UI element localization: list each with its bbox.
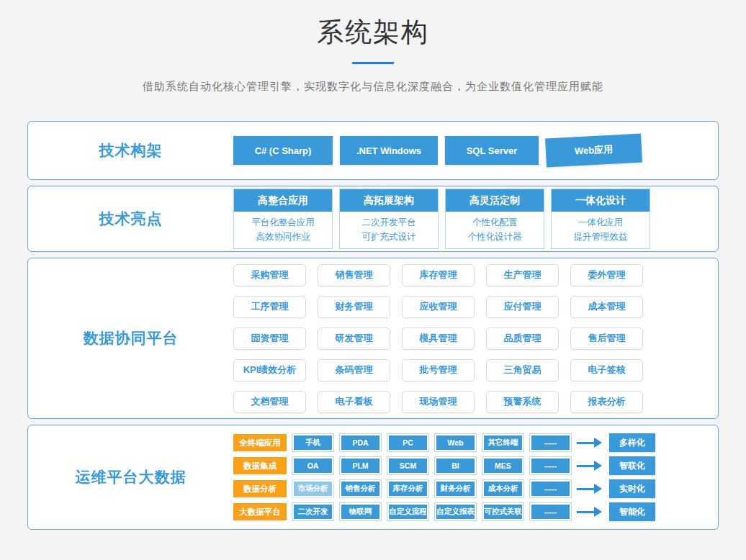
- module-button[interactable]: 固资管理: [233, 328, 306, 350]
- module-button[interactable]: 委外管理: [570, 264, 643, 286]
- module-button[interactable]: 应付管理: [486, 296, 559, 318]
- module-button[interactable]: 售后管理: [570, 328, 643, 350]
- highlight-card-body: 平台化整合应用 高效协同作业: [234, 213, 332, 248]
- section-label-data-platform: 数据协同平台: [28, 328, 233, 348]
- module-button[interactable]: 电子签核: [570, 359, 643, 381]
- module-button[interactable]: 销售管理: [318, 264, 390, 286]
- highlight-card-line: 平台化整合应用: [234, 215, 332, 230]
- ops-item[interactable]: SCM: [387, 457, 428, 474]
- highlight-card-body: 个性化配置 个性化设计器: [446, 213, 544, 248]
- module-button[interactable]: 批号管理: [402, 359, 475, 381]
- module-button[interactable]: 采购管理: [233, 264, 306, 286]
- module-button[interactable]: 模具管理: [402, 328, 475, 350]
- highlight-card-body: 二次开发平台 可扩充式设计: [340, 213, 438, 248]
- arrow-right-icon: [577, 484, 602, 494]
- ops-items: OA PLM SCM BI MES -----: [292, 457, 571, 474]
- highlight-card-title: 高灵活定制: [446, 189, 544, 213]
- highlight-card-line: 个性化配置: [446, 215, 544, 230]
- highlight-card-line: 提升管理效益: [552, 230, 650, 244]
- ops-items: 手机 PDA PC Web 其它终端 -----: [292, 434, 571, 451]
- ops-rows: 全终端应用 手机 PDA PC Web 其它终端 ----- 多样化 数据集成 …: [233, 433, 655, 521]
- section-label-tech-framework: 技术构架: [28, 140, 233, 161]
- ops-item-ellipsis: -----: [530, 434, 571, 451]
- ops-row-bigdata: 大数据平台 二次开发 物联网 自定义流程 自定义报表 可控式关联 ----- 智…: [233, 502, 655, 521]
- ops-row-analysis: 数据分析 市场分析 销售分析 库存分析 财务分析 成本分析 ----- 实时化: [233, 479, 655, 498]
- section-data-platform: 数据协同平台 采购管理 销售管理 库存管理 生产管理 委外管理 工序管理 财务管…: [27, 258, 719, 419]
- ops-item[interactable]: 手机: [292, 434, 333, 451]
- highlight-card-line: 一体化应用: [552, 215, 650, 230]
- ops-item[interactable]: 自定义流程: [387, 503, 428, 520]
- module-button[interactable]: 工序管理: [233, 296, 306, 318]
- ops-item[interactable]: PC: [387, 434, 428, 451]
- highlight-card-line: 个性化设计器: [446, 230, 544, 244]
- module-grid: 采购管理 销售管理 库存管理 生产管理 委外管理 工序管理 财务管理 应收管理 …: [233, 264, 643, 413]
- ops-result-button[interactable]: 智联化: [609, 456, 655, 475]
- ops-item-ellipsis: -----: [530, 457, 571, 474]
- module-button[interactable]: 库存管理: [402, 264, 475, 286]
- highlight-card-body: 一体化应用 提升管理效益: [552, 213, 650, 248]
- tech-framework-buttons: C# (C Sharp) .NET Windows SQL Server Web…: [233, 136, 642, 165]
- tech-button-dotnet[interactable]: .NET Windows: [340, 136, 438, 165]
- ops-item[interactable]: BI: [435, 457, 476, 474]
- highlight-card-customization: 高灵活定制 个性化配置 个性化设计器: [445, 189, 544, 249]
- module-button[interactable]: 应收管理: [402, 296, 475, 318]
- ops-result-button[interactable]: 实时化: [609, 479, 655, 498]
- ops-item-ellipsis: -----: [530, 503, 571, 520]
- ops-item[interactable]: 物联网: [340, 503, 381, 520]
- tech-button-sqlserver[interactable]: SQL Server: [445, 136, 539, 165]
- ops-item[interactable]: 库存分析: [387, 480, 428, 497]
- section-label-tech-highlights: 技术亮点: [28, 209, 233, 229]
- ops-result-button[interactable]: 多样化: [609, 433, 655, 452]
- section-tech-highlights: 技术亮点 高整合应用 平台化整合应用 高效协同作业 高拓展架构 二次开发平台 可…: [27, 186, 719, 252]
- ops-item[interactable]: Web: [435, 434, 476, 451]
- ops-item[interactable]: 销售分析: [340, 480, 381, 497]
- arrow-right-icon: [577, 438, 602, 448]
- section-ops-platform: 运维平台大数据 全终端应用 手机 PDA PC Web 其它终端 ----- 多…: [27, 425, 719, 530]
- tech-button-csharp[interactable]: C# (C Sharp): [233, 136, 333, 165]
- ops-item[interactable]: OA: [292, 457, 333, 474]
- ops-item[interactable]: PDA: [340, 434, 381, 451]
- page-subtitle: 借助系统自动化核心管理引擎，实现数字化与信息化深度融合，为企业数值化管理应用赋能: [0, 80, 746, 94]
- architecture-panels: 技术构架 C# (C Sharp) .NET Windows SQL Serve…: [27, 121, 719, 530]
- highlight-card-line: 可扩充式设计: [340, 230, 438, 244]
- ops-item[interactable]: 其它终端: [482, 434, 523, 451]
- ops-item[interactable]: 二次开发: [292, 503, 333, 520]
- ops-item[interactable]: 可控式关联: [482, 503, 523, 520]
- ops-items: 市场分析 销售分析 库存分析 财务分析 成本分析 -----: [292, 480, 571, 497]
- module-button[interactable]: 三角贸易: [486, 359, 559, 381]
- tech-button-web[interactable]: Web应用: [545, 134, 642, 168]
- ops-item[interactable]: 市场分析: [292, 480, 333, 497]
- ops-result-button[interactable]: 智能化: [609, 502, 655, 521]
- highlight-card-allinone: 一体化设计 一体化应用 提升管理效益: [551, 189, 650, 249]
- section-tech-framework: 技术构架 C# (C Sharp) .NET Windows SQL Serve…: [27, 121, 719, 180]
- ops-category-tag: 全终端应用: [233, 434, 287, 451]
- module-button[interactable]: 报表分析: [570, 391, 643, 413]
- ops-item[interactable]: 自定义报表: [435, 503, 476, 520]
- module-button[interactable]: 预警系统: [486, 391, 559, 413]
- module-button[interactable]: 研发管理: [318, 328, 390, 350]
- page-title: 系统架构: [0, 14, 746, 50]
- arrow-right-icon: [577, 461, 602, 471]
- module-button[interactable]: KPI绩效分析: [233, 359, 306, 381]
- highlight-card-integration: 高整合应用 平台化整合应用 高效协同作业: [233, 189, 333, 249]
- highlight-card-line: 高效协同作业: [234, 230, 332, 244]
- title-underline: [352, 62, 394, 64]
- module-button[interactable]: 条码管理: [318, 359, 390, 381]
- ops-category-tag: 数据分析: [233, 480, 287, 497]
- ops-item[interactable]: 成本分析: [482, 480, 523, 497]
- highlight-card-title: 高拓展架构: [340, 189, 438, 213]
- arrow-right-icon: [577, 507, 602, 517]
- highlight-card-title: 一体化设计: [552, 189, 650, 213]
- module-button[interactable]: 文档管理: [233, 391, 306, 413]
- highlight-card-extensibility: 高拓展架构 二次开发平台 可扩充式设计: [339, 189, 439, 249]
- module-button[interactable]: 现场管理: [402, 391, 475, 413]
- ops-item[interactable]: 财务分析: [435, 480, 476, 497]
- module-button[interactable]: 财务管理: [318, 296, 390, 318]
- ops-item[interactable]: PLM: [340, 457, 381, 474]
- module-button[interactable]: 电子看板: [318, 391, 390, 413]
- module-button[interactable]: 成本管理: [570, 296, 643, 318]
- ops-row-integration: 数据集成 OA PLM SCM BI MES ----- 智联化: [233, 456, 655, 475]
- module-button[interactable]: 生产管理: [486, 264, 559, 286]
- ops-item[interactable]: MES: [482, 457, 523, 474]
- module-button[interactable]: 品质管理: [486, 328, 559, 350]
